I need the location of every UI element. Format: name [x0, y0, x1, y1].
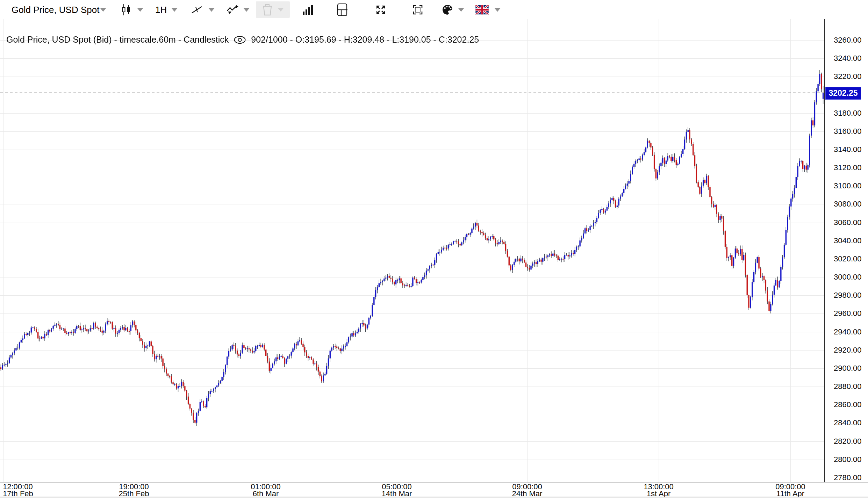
candlestick-style-icon — [121, 3, 132, 16]
symbol-selector[interactable]: Gold Price, USD Spot — [12, 4, 99, 15]
trading-chart-app: Gold Price, USD Spot 1H — [0, 0, 868, 498]
visibility-eye-icon[interactable] — [234, 36, 246, 44]
price-axis-label: 3140.00 — [834, 145, 862, 154]
trend-line-chevron-down-icon[interactable] — [208, 8, 215, 12]
time-axis[interactable]: 12:00:0017th Feb19:00:0025th Feb01:00:00… — [0, 482, 824, 497]
candlestick-chart-canvas[interactable] — [0, 19, 824, 482]
price-axis-label: 2780.00 — [834, 473, 862, 482]
pane-layout-button[interactable] — [337, 3, 348, 16]
price-axis-label: 3060.00 — [834, 218, 862, 227]
price-axis-label: 3040.00 — [834, 236, 862, 245]
delete-annotation-group — [256, 1, 290, 18]
time-axis-label: 19:00:0025th Feb — [101, 483, 167, 497]
time-axis-label: 12:00:0017th Feb — [3, 483, 69, 497]
fullscreen-button[interactable] — [375, 4, 386, 15]
theme-chevron-down-icon[interactable] — [458, 8, 464, 12]
time-axis-label: 01:00:006th Mar — [232, 483, 299, 497]
time-axis-label: 09:00:0024th Mar — [494, 483, 560, 497]
indicators-chevron-down-icon[interactable] — [243, 8, 250, 12]
volume-bars-icon — [302, 4, 314, 16]
trash-chevron-down-icon — [278, 8, 284, 12]
price-axis-label: 3120.00 — [834, 163, 862, 172]
price-axis-label: 2920.00 — [834, 346, 862, 355]
price-axis-label: 3180.00 — [834, 109, 862, 118]
trend-line-tool-button[interactable] — [191, 4, 203, 15]
timeframe-selector[interactable]: 1H — [155, 4, 167, 15]
current-price-value: 3202.25 — [828, 88, 858, 98]
trend-line-icon — [191, 4, 203, 15]
palette-icon — [442, 4, 453, 15]
price-axis-label: 2860.00 — [834, 400, 862, 409]
price-axis-label: 2980.00 — [834, 291, 862, 300]
timeframe-label: 1H — [155, 4, 167, 15]
chart-type-chevron-down-icon[interactable] — [137, 8, 143, 12]
legend-title: Gold Price, USD Spot (Bid) - timescale.6… — [6, 35, 229, 45]
time-axis-label: 05:00:0014th Mar — [364, 483, 430, 497]
screenshot-button[interactable] — [412, 4, 423, 15]
price-axis-label: 2940.00 — [834, 327, 862, 337]
price-axis-label: 3240.00 — [834, 54, 862, 63]
time-axis-label: 09:00:0011th Apr — [757, 483, 824, 497]
legend-ohlc-stats: 902/1000 - O:3195.69 - H:3209.48 - L:319… — [251, 35, 479, 45]
price-axis-label: 3020.00 — [834, 254, 862, 264]
indicators-zigzag-icon — [227, 5, 239, 15]
price-axis-label: 3160.00 — [834, 127, 862, 136]
price-axis-label: 3100.00 — [834, 181, 862, 190]
price-axis-label: 2960.00 — [834, 309, 862, 318]
price-axis-label: 2900.00 — [834, 364, 862, 373]
symbol-label: Gold Price, USD Spot — [12, 4, 99, 15]
screenshot-crop-icon — [412, 4, 423, 15]
timeframe-chevron-down-icon[interactable] — [171, 8, 178, 12]
theme-button[interactable] — [442, 4, 453, 15]
split-panes-icon — [337, 3, 348, 16]
trash-icon[interactable] — [262, 3, 273, 16]
price-axis-label: 2800.00 — [834, 455, 862, 464]
price-axis-label: 2840.00 — [834, 418, 862, 427]
volume-toggle-button[interactable] — [302, 4, 314, 16]
chart-legend: Gold Price, USD Spot (Bid) - timescale.6… — [6, 35, 479, 45]
symbol-chevron-down-icon[interactable] — [100, 8, 106, 12]
price-axis-label: 3000.00 — [834, 273, 862, 282]
toolbar: Gold Price, USD Spot 1H — [0, 0, 868, 20]
scrollbar-strip[interactable] — [0, 497, 868, 498]
price-axis-label: 3220.00 — [834, 72, 862, 81]
price-axis-label: 3080.00 — [834, 200, 862, 209]
fullscreen-arrows-icon — [375, 4, 386, 15]
uk-flag-icon — [475, 5, 489, 14]
price-axis-label: 2820.00 — [834, 437, 862, 446]
axis-corner — [824, 482, 868, 497]
chart-type-button[interactable] — [121, 3, 132, 16]
current-price-tag: 3202.25 — [825, 87, 861, 100]
language-chevron-down-icon[interactable] — [494, 8, 501, 12]
price-axis-label: 2880.00 — [834, 382, 862, 391]
indicators-button[interactable] — [227, 5, 239, 15]
language-selector[interactable] — [475, 5, 489, 14]
price-axis-label: 3260.00 — [834, 36, 862, 45]
time-axis-label: 13:00:001st Apr — [625, 483, 692, 497]
